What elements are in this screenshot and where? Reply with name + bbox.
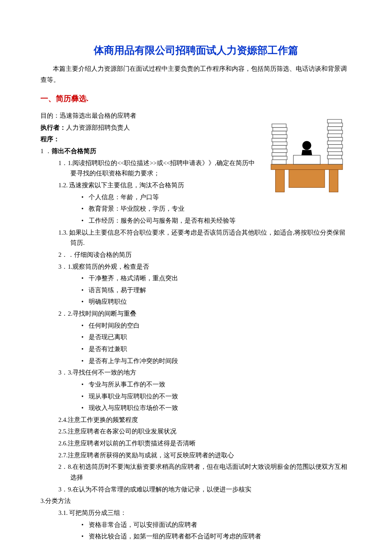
bullet-icon: • bbox=[81, 404, 84, 411]
step-2-5: 2.5.注意应聘者在各家公司的职业发展状况 bbox=[58, 426, 352, 437]
step-2-9: 3．9.在认为不符合常理的或难以理解的地方做记录，以便进一步核实 bbox=[58, 484, 352, 495]
svg-rect-18 bbox=[328, 130, 343, 134]
step-2-3-b2: •现从事职业与应聘职位的不一致 bbox=[81, 391, 352, 402]
step-1-3: 1.3. 如果以上主要信息不符合职位要求，还要考虑是否该筒历适合其他职位，如适合… bbox=[58, 227, 352, 248]
bullet-text: 任何时间段的空白 bbox=[89, 322, 140, 329]
svg-rect-16 bbox=[328, 123, 343, 127]
svg-rect-23 bbox=[327, 148, 342, 151]
svg-rect-4 bbox=[272, 124, 286, 128]
step-2-2-b4: •是否有上学与工作冲突的时间段 bbox=[81, 356, 352, 366]
step-2-2: 2．2.寻找时间的间断与重叠 bbox=[58, 308, 352, 319]
bullet-icon: • bbox=[81, 217, 84, 224]
svg-rect-8 bbox=[272, 138, 286, 142]
svg-rect-14 bbox=[272, 160, 286, 165]
svg-rect-28 bbox=[294, 155, 320, 164]
svg-rect-5 bbox=[273, 128, 287, 131]
bullet-text: 工作经历：服务的公司与服务期，是否有相关经验等 bbox=[89, 217, 236, 224]
bullet-icon: • bbox=[81, 357, 84, 364]
bullet-icon: • bbox=[81, 521, 84, 528]
executor-text: 人力资源部招聘负责人 bbox=[66, 124, 130, 131]
svg-rect-24 bbox=[328, 152, 343, 155]
svg-rect-2 bbox=[329, 170, 338, 192]
bullet-text: 专业与所从事工作的不一致 bbox=[89, 381, 165, 388]
svg-rect-1 bbox=[276, 170, 285, 192]
executor-label: 执行者： bbox=[40, 124, 66, 131]
bullet-text: 是否有过兼职 bbox=[89, 346, 127, 352]
step-2-2-b3: •是否有过兼职 bbox=[81, 344, 352, 355]
page-title: 体商用品有限公司招聘面试人力资嫄部工作篇 bbox=[40, 43, 352, 58]
bullet-text: 个人信息：年龄，户口等 bbox=[89, 194, 159, 200]
step-2-0: 2．．仔细阅读合格的简历 bbox=[58, 250, 352, 260]
svg-rect-25 bbox=[327, 155, 342, 159]
step-2-2-b2: •是否现已离职 bbox=[81, 332, 352, 343]
svg-rect-15 bbox=[327, 119, 342, 123]
step-3-title: 3.分类方法 bbox=[40, 496, 352, 506]
bullet-text: 现收入与应聘职位市场价不一致 bbox=[89, 404, 178, 411]
step-3-1-b1: •资格非常合适，可以安排面试的应聘者 bbox=[81, 520, 352, 530]
bullet-icon: • bbox=[81, 381, 84, 388]
svg-rect-20 bbox=[328, 137, 343, 141]
step-2-4: 2.4.注意工作更换的频繁程度 bbox=[58, 415, 352, 425]
desk-paper-illustration bbox=[262, 110, 352, 200]
bullet-text: 教育背景：毕业院校，学历，专业 bbox=[89, 205, 184, 212]
purpose-text: 迅速筛选出最合格的应聘者 bbox=[60, 112, 136, 119]
bullet-icon: • bbox=[81, 287, 84, 293]
step-2-1-b2: •语言简练，易于理解 bbox=[81, 285, 352, 296]
bullet-icon: • bbox=[81, 298, 84, 305]
svg-rect-6 bbox=[272, 131, 286, 134]
purpose-label: 目的： bbox=[40, 112, 60, 119]
svg-rect-12 bbox=[272, 153, 286, 156]
svg-point-27 bbox=[303, 141, 311, 150]
step-2-7: 2.7.注意应聘者所获得的奖励与成就，这可反映应聘者的进取心 bbox=[58, 450, 352, 461]
bullet-text: 干净整齐，格式清晰，重点突出 bbox=[89, 275, 178, 282]
svg-rect-9 bbox=[273, 142, 287, 145]
bullet-icon: • bbox=[81, 205, 84, 212]
step-2-6: 2.6.注意应聘者对以前的工作职责描述得是否清晰 bbox=[58, 438, 352, 449]
bullet-icon: • bbox=[81, 533, 84, 540]
bullet-text: 现从事职业与应聘职位的不一致 bbox=[89, 393, 178, 400]
bullet-text: 明确应聘职位 bbox=[89, 298, 127, 305]
svg-rect-11 bbox=[273, 149, 287, 152]
step-1-2-b3: •工作经历：服务的公司与服务期，是否有相关经验等 bbox=[81, 215, 352, 226]
step-3-1-b2: •资格比较合适，如第一组的应聘者都不合适时可考虑的应聘者 bbox=[81, 531, 352, 542]
svg-rect-7 bbox=[273, 135, 287, 138]
svg-rect-10 bbox=[272, 145, 286, 149]
bullet-icon: • bbox=[81, 393, 84, 400]
step-2-8: 2．8.在初选筒历时不要淘汰薪资要求稍高的应聘者，但在电话面试时大致说明薪金的范… bbox=[58, 462, 352, 482]
step-2-1: 3．1.观察筒历的外观，检查是否 bbox=[58, 262, 352, 272]
svg-rect-3 bbox=[289, 170, 325, 188]
step-2-3-b1: •专业与所从事工作的不一致 bbox=[81, 379, 352, 390]
step-2-1-b1: •干净整齐，格式清晰，重点突出 bbox=[81, 273, 352, 284]
section-1-heading: 一、简历彝选. bbox=[40, 93, 352, 105]
step-1-num: 1 ． bbox=[40, 148, 52, 154]
svg-rect-13 bbox=[273, 156, 287, 160]
svg-rect-21 bbox=[327, 141, 342, 145]
desk-paper-icon bbox=[262, 110, 352, 200]
svg-rect-22 bbox=[328, 145, 343, 148]
bullet-icon: • bbox=[81, 275, 84, 282]
step-2-3: 3．3.寻找任何不一致的地方 bbox=[58, 367, 352, 378]
bullet-text: 资格比较合适，如第一组的应聘者都不合适时可考虑的应聘者 bbox=[89, 533, 261, 540]
step-1-2-b2: •教育背景：毕业院校，学历，专业 bbox=[81, 203, 352, 214]
bullet-text: 是否有上学与工作冲突的时间段 bbox=[89, 357, 178, 364]
bullet-icon: • bbox=[81, 322, 84, 329]
step-3-1: 3.1. 可把简历分成三组： bbox=[58, 508, 352, 518]
step-2-2-b1: •任何时间段的空白 bbox=[81, 320, 352, 331]
step-1-text: 筛出不合格简历 bbox=[52, 148, 96, 154]
bullet-text: 资格非常合适，可以安排面试的应聘者 bbox=[89, 521, 197, 528]
bullet-icon: • bbox=[81, 346, 84, 352]
svg-rect-26 bbox=[328, 159, 343, 165]
bullet-text: 是否现已离职 bbox=[89, 334, 127, 340]
svg-rect-0 bbox=[271, 164, 343, 170]
svg-rect-19 bbox=[327, 134, 342, 137]
svg-rect-17 bbox=[327, 127, 342, 130]
bullet-text: 语言简练，易于理解 bbox=[89, 287, 146, 293]
bullet-icon: • bbox=[81, 194, 84, 200]
step-2-1-b3: •明确应聘职位 bbox=[81, 296, 352, 307]
step-2-3-b3: •现收入与应聘职位市场价不一致 bbox=[81, 403, 352, 413]
intro-paragraph: 本篇主要介绍人力资源部门在面试过程中主要负责的工作程序和内容，包括简历筛选、电话… bbox=[40, 63, 352, 85]
bullet-icon: • bbox=[81, 334, 84, 340]
